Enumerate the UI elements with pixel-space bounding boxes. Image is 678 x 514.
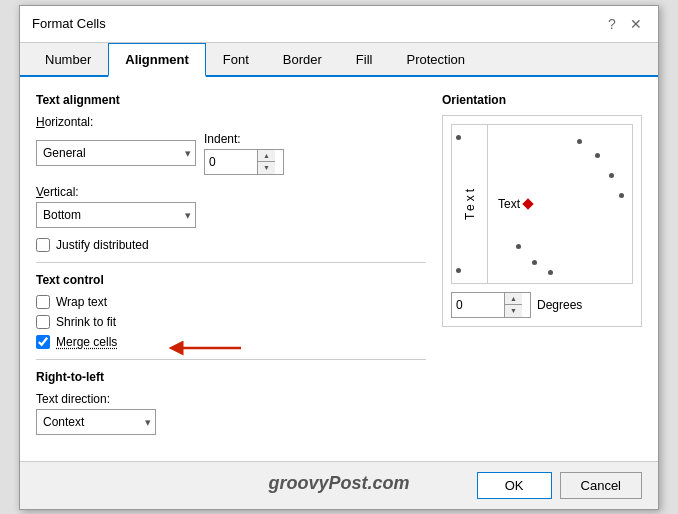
indent-group: Indent: ▲ ▼ (204, 132, 284, 175)
horizontal-select[interactable]: General Left Center Right Fill Justify C… (36, 140, 196, 166)
dot-7 (548, 270, 553, 275)
tab-font[interactable]: Font (206, 43, 266, 77)
horizontal-text-row: Text (498, 197, 532, 211)
tab-border[interactable]: Border (266, 43, 339, 77)
degrees-label: Degrees (537, 298, 582, 312)
horizontal-select-wrapper: General Left Center Right Fill Justify C… (36, 140, 196, 166)
vertical-text: Text (463, 186, 477, 220)
vertical-group: Vertical: Top Center Bottom Justify Dist… (36, 185, 426, 228)
merge-cells-label[interactable]: Merge cells (56, 335, 117, 349)
degrees-row: ▲ ▼ Degrees (451, 292, 633, 318)
text-alignment-title: Text alignment (36, 93, 426, 107)
wrap-text-label[interactable]: Wrap text (56, 295, 107, 309)
vertical-label: Vertical: (36, 185, 426, 199)
rtl-title: Right-to-left (36, 370, 426, 384)
justify-distributed-row: Justify distributed (36, 238, 426, 252)
merge-cells-checkbox[interactable] (36, 335, 50, 349)
cancel-button[interactable]: Cancel (560, 472, 642, 499)
divider-1 (36, 262, 426, 263)
dialog-title: Format Cells (32, 16, 106, 31)
direction-select-wrapper: Context Left-to-Right Right-to-Left (36, 409, 156, 435)
angle-area[interactable]: Text (488, 125, 632, 283)
tab-alignment[interactable]: Alignment (108, 43, 206, 77)
format-cells-dialog: Format Cells ? ✕ Number Alignment Font B… (19, 5, 659, 510)
degrees-spinner: ▲ ▼ (451, 292, 531, 318)
degrees-down-button[interactable]: ▼ (505, 305, 522, 317)
dialog-content: Text alignment Horizontal: General Left … (20, 77, 658, 461)
tab-number[interactable]: Number (28, 43, 108, 77)
vertical-select[interactable]: Top Center Bottom Justify Distributed (36, 202, 196, 228)
horizontal-orient-text: Text (498, 197, 520, 211)
shrink-checkbox[interactable] (36, 315, 50, 329)
dot-bottom (456, 268, 461, 273)
close-button[interactable]: ✕ (626, 14, 646, 34)
direction-group: Text direction: Context Left-to-Right Ri… (36, 392, 426, 435)
justify-label[interactable]: Justify distributed (56, 238, 149, 252)
degrees-spinner-buttons: ▲ ▼ (504, 293, 522, 317)
vertical-text-area: Text (452, 125, 488, 283)
indent-input[interactable] (205, 150, 257, 174)
indent-label: Indent: (204, 132, 284, 146)
orientation-title: Orientation (442, 93, 642, 107)
orientation-panel: Text (442, 115, 642, 327)
dot-4 (619, 193, 624, 198)
justify-checkbox[interactable] (36, 238, 50, 252)
ok-button[interactable]: OK (477, 472, 552, 499)
wrap-text-row: Wrap text (36, 295, 426, 309)
shrink-label[interactable]: Shrink to fit (56, 315, 116, 329)
arrow-annotation (166, 333, 246, 366)
indent-spinner: ▲ ▼ (204, 149, 284, 175)
divider-2 (36, 359, 426, 360)
tab-fill[interactable]: Fill (339, 43, 390, 77)
tab-protection[interactable]: Protection (389, 43, 482, 77)
dot-top (456, 135, 461, 140)
left-panel: Text alignment Horizontal: General Left … (36, 93, 426, 445)
watermark: groovyPost.com (268, 473, 409, 494)
dot-3 (609, 173, 614, 178)
orientation-box: Text (451, 124, 633, 284)
dot-1 (577, 139, 582, 144)
degrees-up-button[interactable]: ▲ (505, 293, 522, 306)
horizontal-group: Horizontal: General Left Center Right Fi… (36, 115, 426, 175)
indent-up-button[interactable]: ▲ (258, 150, 275, 163)
red-diamond (522, 198, 533, 209)
dot-2 (595, 153, 600, 158)
indent-down-button[interactable]: ▼ (258, 162, 275, 174)
shrink-row: Shrink to fit (36, 315, 426, 329)
wrap-text-checkbox[interactable] (36, 295, 50, 309)
dot-6 (532, 260, 537, 265)
merge-cells-row: Merge cells (36, 335, 426, 349)
degrees-input[interactable] (452, 293, 504, 317)
dot-5 (516, 244, 521, 249)
help-button[interactable]: ? (602, 14, 622, 34)
direction-label: Text direction: (36, 392, 426, 406)
horizontal-select-container: General Left Center Right Fill Justify C… (36, 132, 426, 175)
text-control-title: Text control (36, 273, 426, 287)
vertical-select-wrapper: Top Center Bottom Justify Distributed (36, 202, 196, 228)
title-bar: Format Cells ? ✕ (20, 6, 658, 43)
horizontal-label: Horizontal: (36, 115, 426, 129)
title-bar-buttons: ? ✕ (602, 14, 646, 34)
indent-spinner-buttons: ▲ ▼ (257, 150, 275, 174)
direction-select[interactable]: Context Left-to-Right Right-to-Left (36, 409, 156, 435)
tab-bar: Number Alignment Font Border Fill Protec… (20, 43, 658, 77)
right-panel: Orientation Text (442, 93, 642, 445)
